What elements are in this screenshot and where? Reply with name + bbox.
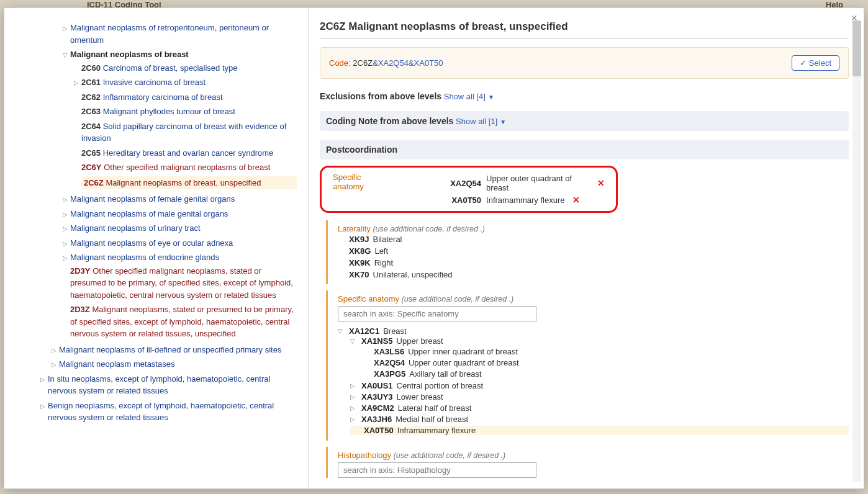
chevron-right-icon[interactable]: ▷ [52, 346, 59, 355]
laterality-option[interactable]: XK70Unilateral, unspecified [338, 269, 849, 281]
chevron-down-icon[interactable]: ▽ [63, 50, 70, 60]
chevron-right-icon[interactable]: ▷ [52, 360, 59, 369]
anatomy-node[interactable]: ▽XA1NS5Upper breast XA3LS6Upper inner qu… [350, 336, 849, 380]
histopathology-note: (use additional code, if desired .) [394, 451, 506, 460]
chevron-right-icon[interactable]: ▷ [63, 195, 70, 204]
code-label: Code: [329, 58, 351, 68]
tree-node-selected[interactable]: 2C6Z Malignant neoplasms of breast, unsp… [74, 175, 301, 191]
chevron-right-icon[interactable]: ▷ [63, 253, 70, 263]
selected-anatomy-item: XA2Q54 Upper outer quadrant of breast ✕ [441, 173, 605, 194]
specific-anatomy-search-input[interactable] [338, 306, 536, 321]
anatomy-node-highlight[interactable]: XA0T50Inframammary flexure [350, 425, 849, 436]
chevron-right-icon[interactable]: ▷ [63, 224, 70, 233]
tree-node[interactable]: ▷Malignant neoplasms of retroperitoneum,… [63, 20, 301, 47]
tree-node[interactable]: ▷Malignant neoplasms of eye or ocular ad… [63, 236, 301, 251]
chevron-down-icon[interactable]: ▽ [350, 338, 358, 344]
anatomy-node[interactable]: ▷XA3JH6Medial half of breast [350, 414, 849, 425]
chevron-right-icon[interactable]: ▷ [350, 405, 358, 411]
anatomy-node[interactable]: ▷XA3UY3Lower breast [350, 392, 849, 403]
laterality-note: (use additional code, if desired .) [373, 225, 485, 233]
tree-node[interactable]: ▷Malignant neoplasms of ill-defined or u… [52, 343, 301, 357]
modal: × ▷Malignant neoplasms of retroperitoneu… [4, 7, 864, 489]
entity-title: 2C6Z Malignant neoplasms of breast, unsp… [320, 20, 849, 38]
tree-node[interactable]: 2D3Y Other specified malignant neoplasms… [63, 264, 301, 303]
chevron-right-icon[interactable]: ▷ [350, 382, 358, 389]
tree-node[interactable]: 2C65 Hereditary breast and ovarian cance… [74, 146, 301, 161]
chevron-right-icon[interactable]: ▷ [350, 416, 358, 423]
coding-note-bar: Coding Note from above levels Show all [… [320, 111, 849, 131]
scrollbar[interactable] [852, 20, 861, 482]
tree-node[interactable]: ▷Malignant neoplasms of male genital org… [63, 207, 301, 222]
tree-node[interactable]: 2C6Y Other specified malignant neoplasms… [74, 160, 301, 175]
tree-node[interactable]: ▷Malignant neoplasm metastases [52, 357, 301, 372]
codingnote-showall-link[interactable]: Show all [1]▼ [456, 117, 506, 126]
laterality-option[interactable]: XK9KRight [338, 257, 849, 269]
specific-anatomy-axis-title: Specific anatomy [333, 173, 392, 206]
selected-anatomy-item: XA0T50 Inframammary flexure ✕ [441, 194, 605, 206]
select-button[interactable]: ✓ Select [792, 55, 839, 71]
exclusions-heading: Exclusions from above levels [320, 91, 441, 101]
close-icon[interactable]: × [851, 12, 857, 25]
chevron-down-icon: ▼ [488, 94, 494, 101]
tree-node[interactable]: ▽Malignant neoplasms of breast 2C60 Carc… [63, 47, 301, 192]
chevron-down-icon[interactable]: ▽ [338, 328, 345, 335]
chevron-right-icon[interactable]: ▷ [350, 393, 358, 400]
histopathology-block: Histopathology (use additional code, if … [326, 447, 849, 478]
remove-icon[interactable]: ✕ [597, 178, 605, 188]
code-value: 2C6Z [353, 58, 373, 68]
chevron-right-icon[interactable]: ▷ [40, 402, 48, 411]
code-box: Code: 2C6Z&XA2Q54&XA0T50 ✓ Select [320, 47, 849, 79]
chevron-right-icon[interactable]: ▷ [74, 78, 81, 88]
tree-node[interactable]: ▷2C61 Invasive carcinoma of breast [74, 75, 301, 90]
scrollbar-thumb[interactable] [852, 20, 861, 76]
specific-anatomy-block: Specific anatomy (use additional code, i… [326, 290, 849, 441]
laterality-block: Laterality (use additional code, if desi… [326, 220, 849, 284]
anatomy-node[interactable]: ▷XA0US1Central portion of breast [350, 380, 849, 392]
histopathology-search-input[interactable] [338, 462, 536, 478]
specific-anatomy-title: Specific anatomy [338, 294, 399, 303]
tree-node[interactable]: 2D3Z Malignant neoplasms, stated or pres… [63, 302, 301, 341]
anatomy-node[interactable]: ▷XA9CM2Lateral half of breast [350, 403, 849, 414]
postcoordination-bar: Postcoordination [320, 140, 849, 159]
chevron-right-icon[interactable]: ▷ [63, 24, 70, 33]
tree-node[interactable]: 2C64 Solid papillary carcinoma of breast… [74, 119, 301, 146]
chevron-right-icon[interactable]: ▷ [40, 375, 48, 384]
chevron-down-icon: ▼ [500, 119, 506, 125]
laterality-title: Laterality [338, 224, 371, 233]
anatomy-node[interactable]: XA2Q54Upper outer quadrant of breast [363, 357, 849, 368]
laterality-option[interactable]: XK8GLeft [338, 245, 849, 257]
tree-node[interactable]: ▷Benign neoplasms, except of lymphoid, h… [40, 398, 301, 425]
anatomy-node[interactable]: ▽XA12C1Breast ▽XA1NS5Upper breast XA3LS6… [338, 325, 849, 437]
tree-node[interactable]: 2C63 Malignant phyllodes tumour of breas… [74, 104, 301, 119]
tree-node[interactable]: ▷Malignant neoplasms of endocrine glands… [63, 250, 301, 343]
hierarchy-tree-pane: ▷Malignant neoplasms of retroperitoneum,… [4, 8, 309, 488]
specific-anatomy-note: (use additional code, if desired .) [402, 295, 514, 303]
histopathology-title: Histopathology [338, 451, 391, 460]
entity-detail-pane: 2C6Z Malignant neoplasms of breast, unsp… [309, 8, 864, 488]
specific-anatomy-selected-box: Specific anatomy XA2Q54 Upper outer quad… [320, 166, 618, 213]
tree-node[interactable]: ▷Malignant neoplasms of urinary tract [63, 221, 301, 236]
remove-icon[interactable]: ✕ [572, 195, 580, 205]
tree-node[interactable]: ▷In situ neoplasms, except of lymphoid, … [40, 372, 301, 398]
codingnote-heading: Coding Note from above levels [326, 116, 453, 126]
postcoordination-heading: Postcoordination [326, 145, 397, 155]
tree-node[interactable]: 2C62 Inflammatory carcinoma of breast [74, 90, 301, 105]
exclusions-showall-link[interactable]: Show all [4]▼ [444, 92, 494, 101]
tree-node[interactable]: 2C60 Carcinoma of breast, specialised ty… [74, 61, 301, 76]
tree-node[interactable]: ▷Malignant neoplasms of female genital o… [63, 192, 301, 207]
chevron-right-icon[interactable]: ▷ [63, 210, 70, 219]
laterality-option[interactable]: XK9JBilateral [338, 233, 849, 245]
chevron-right-icon[interactable]: ▷ [63, 239, 70, 248]
code-extension: &XA2Q54&XA0T50 [373, 58, 443, 68]
anatomy-node[interactable]: XA3PG5Axillary tail of breast [363, 368, 849, 379]
anatomy-node[interactable]: XA3LS6Upper inner quadrant of breast [363, 346, 849, 357]
